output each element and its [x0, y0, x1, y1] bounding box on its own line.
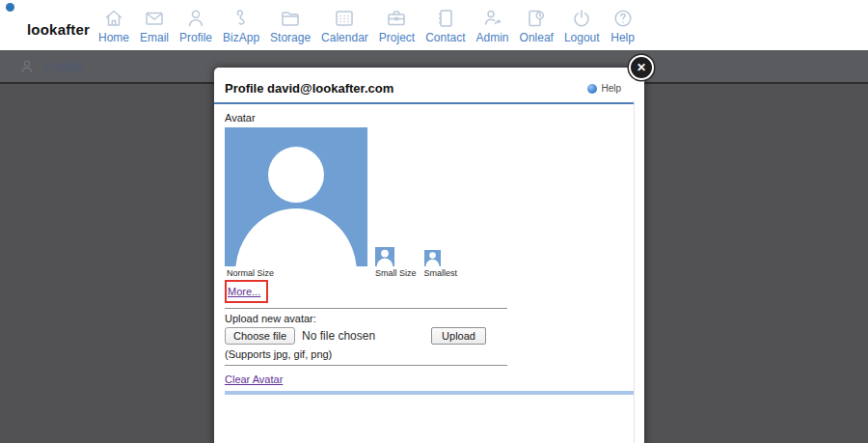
nav-item-calendar[interactable]: Calendar — [321, 7, 368, 44]
nav-item-label: Logout — [564, 31, 600, 44]
avatar-smallest-column: Smallest — [424, 250, 458, 278]
avatar-normal-column: Normal Size — [225, 127, 367, 278]
file-upload-row: Choose file No file chosen Upload — [225, 327, 635, 345]
help-link-label: Help — [601, 83, 621, 94]
choose-file-button[interactable]: Choose file — [225, 327, 295, 345]
nav-item-label: Admin — [476, 31, 509, 44]
onleaf-icon — [524, 7, 549, 30]
nav-item-help[interactable]: Help — [610, 7, 636, 44]
supported-formats-note: (Supports jpg, gif, png) — [225, 348, 635, 360]
nav-item-home[interactable]: Home — [98, 7, 129, 44]
avatar-section-label: Avatar — [225, 112, 635, 124]
contact-icon — [433, 7, 458, 30]
section-end-bar — [225, 391, 635, 395]
app-logo[interactable]: lookafter — [27, 21, 90, 38]
page-title: Profile — [44, 59, 83, 74]
calendar-icon — [332, 7, 357, 30]
modal-header: Profile david@lookafter.com Help — [214, 68, 635, 104]
upload-button[interactable]: Upload — [431, 327, 486, 345]
nav-item-profile[interactable]: Profile — [179, 7, 212, 44]
top-nav: lookafter Home Email Profile BizApp Stor… — [0, 0, 868, 50]
clear-avatar-link[interactable]: Clear Avatar — [225, 374, 283, 385]
upload-section-label: Upload new avatar: — [225, 313, 635, 324]
avatar-smallest-label: Smallest — [424, 268, 458, 278]
avatar-image-smallest — [424, 250, 441, 266]
nav-item-contact[interactable]: Contact — [425, 7, 465, 44]
recording-dot-icon — [6, 3, 14, 12]
avatar-image-normal — [225, 127, 367, 266]
divider — [225, 365, 507, 366]
nav-item-label: Help — [610, 31, 635, 44]
avatar-row: Normal Size Small Size Smallest — [225, 127, 635, 278]
modal-help-link[interactable]: Help — [587, 83, 621, 94]
file-status-text: No file chosen — [302, 329, 375, 343]
nav-item-label: Storage — [270, 31, 311, 44]
profile-icon — [18, 58, 36, 75]
nav-menu: Home Email Profile BizApp Storage Calend… — [98, 7, 636, 44]
divider — [225, 308, 507, 309]
help-ball-icon — [587, 84, 597, 94]
avatar-normal-label: Normal Size — [227, 268, 274, 278]
nav-item-project[interactable]: Project — [379, 7, 415, 44]
modal-body: Avatar Normal Size Small Size — [214, 104, 644, 395]
bizapp-icon — [229, 7, 254, 30]
nav-item-label: BizApp — [223, 31, 259, 44]
nav-item-admin[interactable]: Admin — [476, 7, 509, 44]
storage-icon — [278, 7, 303, 30]
avatar-small-column: Small Size — [375, 247, 417, 278]
nav-item-label: Onleaf — [520, 31, 554, 44]
profile-modal: Profile david@lookafter.com Help Avatar … — [214, 68, 644, 443]
help-icon — [610, 7, 636, 30]
project-icon — [384, 7, 409, 30]
nav-item-email[interactable]: Email — [140, 7, 169, 44]
avatar-small-label: Small Size — [375, 268, 417, 278]
nav-item-onleaf[interactable]: Onleaf — [520, 7, 554, 44]
nav-item-label: Profile — [179, 31, 212, 44]
nav-item-logout[interactable]: Logout — [564, 7, 600, 44]
modal-close-button[interactable]: ✕ — [629, 55, 654, 80]
clear-avatar-row: Clear Avatar — [225, 370, 635, 387]
admin-icon — [480, 7, 505, 30]
home-icon — [101, 7, 126, 30]
avatar-image-small — [375, 247, 394, 266]
nav-item-label: Contact — [425, 31, 465, 44]
highlight-box: More... — [225, 280, 268, 303]
modal-title: Profile david@lookafter.com — [225, 81, 393, 96]
email-icon — [142, 7, 167, 30]
nav-item-label: Project — [379, 31, 415, 44]
logout-icon — [569, 7, 594, 30]
nav-item-label: Email — [140, 31, 169, 44]
nav-item-bizapp[interactable]: BizApp — [223, 7, 259, 44]
nav-item-label: Calendar — [321, 31, 368, 44]
nav-item-label: Home — [98, 31, 129, 44]
nav-item-storage[interactable]: Storage — [270, 7, 311, 44]
more-link[interactable]: More... — [228, 286, 260, 297]
profile-icon — [183, 7, 208, 30]
